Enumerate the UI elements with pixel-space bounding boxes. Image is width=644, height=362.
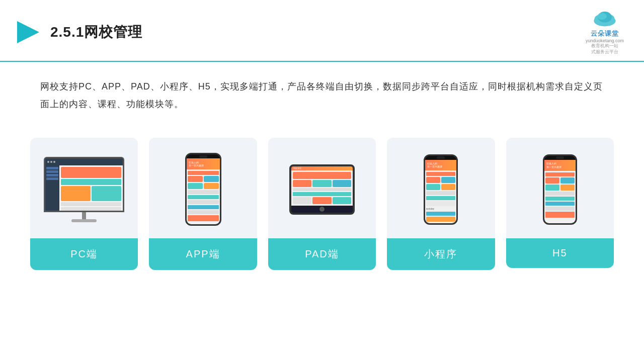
svg-point-5 bbox=[597, 13, 607, 20]
cards-container: PC端 职途人的第一堂兴趣课 bbox=[0, 123, 644, 280]
card-h5: 职途人的第一堂兴趣课 bbox=[506, 138, 614, 268]
phone-mockup-h5: 职途人的第一堂兴趣课 bbox=[543, 154, 577, 225]
logo-name: 云朵课堂 bbox=[586, 29, 624, 38]
page-title: 2.5.1网校管理 bbox=[50, 23, 142, 42]
logo-area: 云朵课堂 yunduoketang.com 教育机构一站 式服务云平台 bbox=[586, 9, 624, 55]
card-miniprogram-label: 小程序 bbox=[387, 238, 495, 270]
card-pc: PC端 bbox=[30, 138, 138, 270]
logo-tagline: 教育机构一站 式服务云平台 bbox=[586, 43, 624, 55]
card-app-image: 职途人的第一堂兴趣课 bbox=[149, 138, 257, 238]
card-pad-image: 网校管理 bbox=[268, 138, 376, 238]
phone-mockup-mini: 职途人的第一堂兴趣课 bbox=[424, 154, 458, 225]
card-pad: 网校管理 bbox=[268, 138, 376, 270]
header: 2.5.1网校管理 云朵课堂 yunduoketang.com 教育机构一站 式… bbox=[0, 0, 644, 62]
tablet-mockup: 网校管理 bbox=[289, 164, 355, 215]
card-h5-image: 职途人的第一堂兴趣课 bbox=[506, 138, 614, 238]
card-app-label: APP端 bbox=[149, 238, 257, 270]
description-content: 网校支持PC、APP、PAD、小程序、H5，实现多端打通，产品各终端自由切换，数… bbox=[40, 81, 603, 109]
card-pad-label: PAD端 bbox=[268, 238, 376, 270]
description-text: 网校支持PC、APP、PAD、小程序、H5，实现多端打通，产品各终端自由切换，数… bbox=[0, 62, 644, 117]
card-miniprogram: 职途人的第一堂兴趣课 bbox=[387, 138, 495, 270]
phone-mockup-app: 职途人的第一堂兴趣课 bbox=[185, 153, 221, 226]
play-icon bbox=[15, 19, 41, 45]
card-miniprogram-image: 职途人的第一堂兴趣课 bbox=[387, 138, 495, 238]
svg-marker-0 bbox=[17, 21, 39, 43]
card-pc-label: PC端 bbox=[30, 238, 138, 270]
card-app: 职途人的第一堂兴趣课 bbox=[149, 138, 257, 270]
pc-mockup bbox=[44, 157, 124, 222]
header-left: 2.5.1网校管理 bbox=[15, 19, 142, 45]
card-h5-label: H5 bbox=[506, 238, 614, 268]
card-pc-image bbox=[30, 138, 138, 238]
logo-domain: yunduoketang.com bbox=[586, 38, 624, 43]
logo-icon bbox=[591, 9, 618, 28]
